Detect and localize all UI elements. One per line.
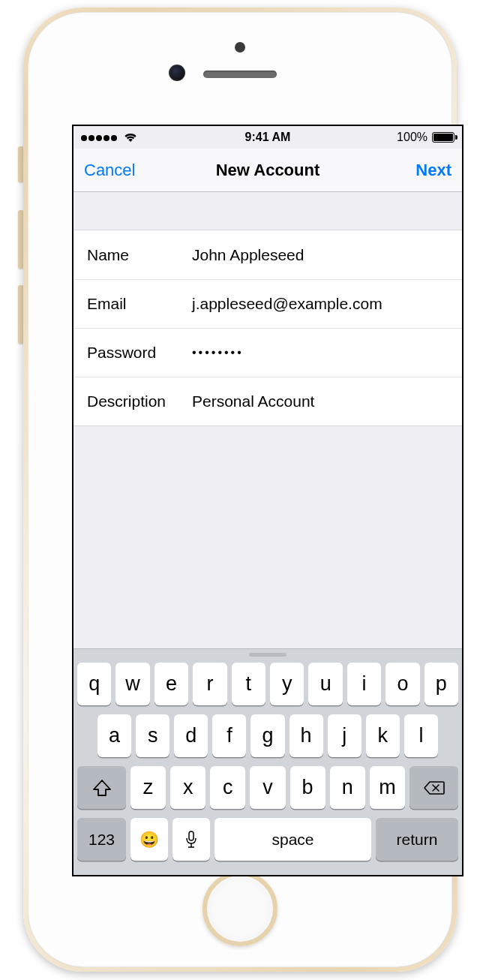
cellular-signal-icon (81, 131, 118, 144)
return-key[interactable]: return (376, 818, 458, 861)
shift-key[interactable] (77, 766, 126, 809)
key-x[interactable]: x (170, 766, 206, 809)
key-z[interactable]: z (130, 766, 166, 809)
account-form: Name John Appleseed Email j.appleseed@ex… (74, 230, 462, 426)
password-row[interactable]: Password •••••••• (74, 328, 462, 377)
home-button[interactable] (202, 871, 278, 946)
description-label: Description (87, 392, 192, 410)
key-a[interactable]: a (98, 714, 131, 757)
key-n[interactable]: n (330, 766, 365, 809)
key-y[interactable]: y (270, 663, 304, 705)
key-h[interactable]: h (290, 714, 323, 757)
dictation-key[interactable] (172, 818, 210, 861)
proximity-sensor (235, 42, 245, 53)
password-field[interactable]: •••••••• (192, 346, 448, 359)
cancel-button[interactable]: Cancel (84, 161, 135, 180)
name-label: Name (87, 246, 192, 264)
key-l[interactable]: l (404, 714, 438, 757)
key-j[interactable]: j (328, 714, 362, 757)
key-r[interactable]: r (193, 663, 226, 705)
svg-rect-0 (189, 831, 194, 840)
email-field[interactable]: j.appleseed@example.com (192, 295, 448, 313)
name-row[interactable]: Name John Appleseed (74, 230, 462, 279)
backspace-key[interactable] (410, 766, 458, 809)
space-key[interactable]: space (214, 818, 371, 861)
front-camera (169, 65, 185, 81)
key-f[interactable]: f (212, 714, 246, 757)
email-row[interactable]: Email j.appleseed@example.com (74, 279, 462, 328)
key-o[interactable]: o (386, 663, 419, 705)
status-bar: 9:41 AM 100% (74, 126, 462, 149)
earpiece-speaker (203, 71, 277, 78)
key-k[interactable]: k (366, 714, 400, 757)
next-button[interactable]: Next (416, 161, 452, 180)
wifi-icon (123, 132, 138, 143)
description-row[interactable]: Description Personal Account (74, 377, 462, 425)
screen: 9:41 AM 100% Cancel New Account Next Nam… (72, 125, 464, 876)
key-s[interactable]: s (136, 714, 170, 757)
battery-percentage: 100% (397, 131, 428, 144)
key-w[interactable]: w (116, 663, 149, 705)
keyboard: qwertyuiop asdfghjkl zxcvbnm 123 😀 (74, 648, 462, 875)
description-field[interactable]: Personal Account (192, 392, 448, 410)
emoji-key[interactable]: 😀 (130, 818, 168, 861)
key-b[interactable]: b (290, 766, 326, 809)
email-label: Email (87, 295, 192, 313)
key-c[interactable]: c (210, 766, 245, 809)
key-t[interactable]: t (232, 663, 266, 705)
key-u[interactable]: u (308, 663, 342, 705)
key-d[interactable]: d (174, 714, 208, 757)
key-v[interactable]: v (250, 766, 285, 809)
name-field[interactable]: John Appleseed (192, 246, 448, 264)
key-i[interactable]: i (347, 663, 381, 705)
password-label: Password (87, 344, 192, 362)
navigation-bar: Cancel New Account Next (74, 149, 462, 192)
key-q[interactable]: q (77, 663, 111, 705)
key-m[interactable]: m (370, 766, 405, 809)
key-g[interactable]: g (250, 714, 284, 757)
key-e[interactable]: e (154, 663, 188, 705)
key-p[interactable]: p (424, 663, 458, 705)
phone-frame: 9:41 AM 100% Cancel New Account Next Nam… (23, 8, 457, 972)
battery-icon (432, 132, 454, 143)
number-mode-key[interactable]: 123 (77, 818, 126, 861)
keyboard-handle[interactable] (249, 653, 286, 657)
